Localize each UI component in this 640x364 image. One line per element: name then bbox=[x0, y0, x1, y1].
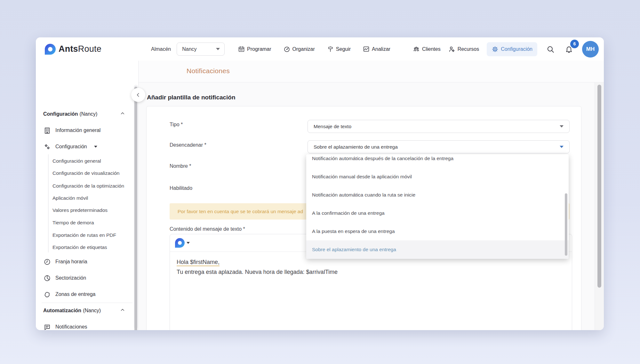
sidebar-item-configuracion[interactable]: Configuración bbox=[36, 141, 138, 152]
sidebar-item-informacion-general[interactable]: Información general bbox=[36, 125, 138, 136]
sidebar-subitem-configuracion-optimizacion[interactable]: Configuración de la optimización bbox=[36, 181, 138, 191]
sidebar-item-sectorizacion[interactable]: Sectorización bbox=[36, 273, 138, 283]
nav-item-analizar[interactable]: Analizar bbox=[363, 46, 390, 52]
sidebar-subitem-exportacion-etiquetas[interactable]: Exportación de etiquetas bbox=[36, 243, 138, 252]
option-label: Notificación manual desde la aplicación … bbox=[312, 174, 412, 180]
person-gear-icon bbox=[448, 46, 455, 53]
nav-item-seguir[interactable]: Seguir bbox=[327, 46, 351, 52]
subitem-label: Aplicación móvil bbox=[52, 195, 88, 201]
message-line1: Hola $firstName, bbox=[177, 259, 220, 266]
chat-bubble-icon bbox=[44, 323, 51, 330]
caret-down-icon bbox=[560, 125, 564, 128]
main-nav: Programar Organizar Seguir Analizar bbox=[238, 37, 390, 61]
sidebar-section-automatizacion[interactable]: Automatización (Nancy) bbox=[36, 305, 138, 316]
page-header: Notificaciones bbox=[139, 61, 604, 82]
section-suffix: (Nancy) bbox=[79, 111, 97, 117]
navbar-right: Clientes Recursos Configuración 6 MH bbox=[413, 37, 599, 61]
habilitado-label: Habilitado bbox=[170, 185, 192, 191]
nav-label: Seguir bbox=[336, 46, 351, 52]
content-scrollbar-thumb[interactable] bbox=[597, 85, 601, 288]
nav-label: Configuración bbox=[501, 46, 532, 52]
dropdown-option[interactable]: Notificación automática después de la ca… bbox=[306, 154, 569, 167]
section-title: Automatización bbox=[43, 308, 81, 314]
nav-item-organizar[interactable]: Organizar bbox=[284, 46, 315, 52]
top-navbar: AntsRoute Almacén Nancy Programar Organi… bbox=[36, 37, 604, 61]
sidebar-divider bbox=[42, 303, 132, 303]
caret-down-icon bbox=[216, 48, 220, 50]
gear-icon bbox=[492, 46, 499, 53]
sidebar-item-zonas-entrega[interactable]: Zonas de entrega bbox=[36, 289, 138, 300]
contenido-label: Contenido del mensaje de texto * bbox=[170, 226, 245, 232]
subitem-label: Exportación de rutas en PDF bbox=[52, 232, 116, 238]
chart-icon bbox=[363, 46, 370, 52]
brand-name: AntsRoute bbox=[59, 44, 101, 54]
subitem-label: Valores predeterminados bbox=[52, 207, 108, 213]
sidebar-section-configuracion[interactable]: Configuración (Nancy) bbox=[36, 109, 138, 120]
nav-item-configuracion-active[interactable]: Configuración bbox=[487, 42, 537, 56]
subitem-label: Configuración de visualización bbox=[52, 170, 119, 176]
app-window: AntsRoute Almacén Nancy Programar Organi… bbox=[36, 37, 604, 330]
nav-item-clientes[interactable]: Clientes bbox=[413, 46, 441, 53]
desencadenar-select[interactable]: Sobre el aplazamiento de una entrega bbox=[308, 140, 570, 153]
sidebar-subitem-exportacion-rutas-pdf[interactable]: Exportación de rutas en PDF bbox=[36, 230, 138, 240]
dropdown-option[interactable]: Notificación manual desde la aplicación … bbox=[306, 167, 569, 186]
option-label: Notificación automática después de la ca… bbox=[312, 156, 453, 161]
message-line2: Tu entrega esta aplazada. Nueva hora de … bbox=[177, 267, 565, 277]
dropdown-option-selected[interactable]: Sobre el aplazamiento de una entrega bbox=[306, 240, 569, 259]
back-button[interactable] bbox=[131, 88, 145, 102]
warehouse-value: Nancy bbox=[182, 46, 216, 52]
brand-bold: Ants bbox=[59, 44, 78, 54]
sidebar-item-label: Franja horaria bbox=[55, 259, 87, 265]
building-icon bbox=[44, 127, 51, 134]
tipo-label: Tipo * bbox=[170, 122, 183, 128]
dropdown-option[interactable]: A la puesta en espera de una entrega bbox=[306, 222, 569, 240]
sidebar-item-franja-horaria[interactable]: Franja horaria bbox=[36, 256, 138, 267]
sidebar-subitem-configuracion-general[interactable]: Configuración general bbox=[36, 156, 138, 166]
message-textarea[interactable]: Hola $firstName, Tu entrega esta aplazad… bbox=[177, 257, 565, 329]
signpost-icon bbox=[327, 46, 334, 52]
notification-badge: 6 bbox=[570, 40, 579, 48]
variable-menu-button[interactable] bbox=[175, 238, 190, 248]
chevron-up-icon bbox=[120, 307, 125, 314]
nombre-label: Nombre * bbox=[170, 163, 191, 169]
page-title: Notificaciones bbox=[187, 67, 230, 75]
sidebar-subitem-valores-predeterminados[interactable]: Valores predeterminados bbox=[36, 205, 138, 215]
dropdown-option[interactable]: A la confirmación de una entrega bbox=[306, 204, 569, 222]
option-label: Sobre el aplazamiento de una entrega bbox=[312, 247, 396, 252]
sidebar-subitem-aplicacion-movil[interactable]: Aplicación móvil bbox=[36, 193, 138, 203]
avatar[interactable]: MH bbox=[582, 41, 599, 58]
gauge-icon bbox=[284, 46, 290, 52]
pie-sector-icon bbox=[44, 275, 51, 282]
dropdown-option[interactable]: Notificación automática cuando la ruta s… bbox=[306, 186, 569, 204]
sidebar-item-label: Sectorización bbox=[55, 275, 86, 281]
notifications-button[interactable]: 6 bbox=[564, 44, 574, 55]
nav-label: Clientes bbox=[422, 46, 441, 52]
form-heading: Añadir plantilla de notificación bbox=[147, 94, 236, 101]
search-button[interactable] bbox=[545, 44, 556, 55]
sidebar-scrollbar-thumb[interactable] bbox=[134, 87, 137, 330]
nav-item-programar[interactable]: Programar bbox=[238, 46, 271, 52]
sidebar-subitem-tiempo-demora[interactable]: Tiempo de demora bbox=[36, 218, 138, 228]
nav-item-recursos[interactable]: Recursos bbox=[448, 46, 479, 53]
antsroute-logo-icon bbox=[45, 44, 56, 55]
option-label: A la puesta en espera de una entrega bbox=[312, 228, 395, 234]
warehouse-label: Almacén bbox=[151, 46, 171, 52]
search-icon bbox=[546, 45, 555, 53]
sidebar-subitem-configuracion-visualizacion[interactable]: Configuración de visualización bbox=[36, 168, 138, 178]
caret-down-icon bbox=[187, 242, 190, 244]
sidebar-item-label: Zonas de entrega bbox=[55, 291, 95, 297]
brand[interactable]: AntsRoute bbox=[45, 37, 101, 61]
dropdown-scrollbar-thumb[interactable] bbox=[565, 193, 567, 256]
option-label: A la confirmación de una entrega bbox=[312, 210, 385, 216]
tipo-select[interactable]: Mensaje de texto bbox=[308, 120, 570, 133]
warehouse-select[interactable]: Nancy bbox=[177, 43, 225, 56]
subitem-label: Configuración general bbox=[52, 158, 101, 164]
brand-light: Route bbox=[78, 44, 101, 54]
antsroute-logo-icon bbox=[175, 238, 185, 248]
sidebar-item-notificaciones[interactable]: Notificaciones bbox=[36, 321, 138, 330]
warning-text: Por favor ten en cuenta que se te cobrar… bbox=[178, 209, 303, 214]
section-title: Configuración bbox=[43, 111, 78, 117]
desencadenar-label: Desencadenar * bbox=[170, 142, 206, 148]
nav-label: Programar bbox=[247, 46, 271, 52]
sidebar-item-label: Configuración bbox=[55, 144, 87, 150]
